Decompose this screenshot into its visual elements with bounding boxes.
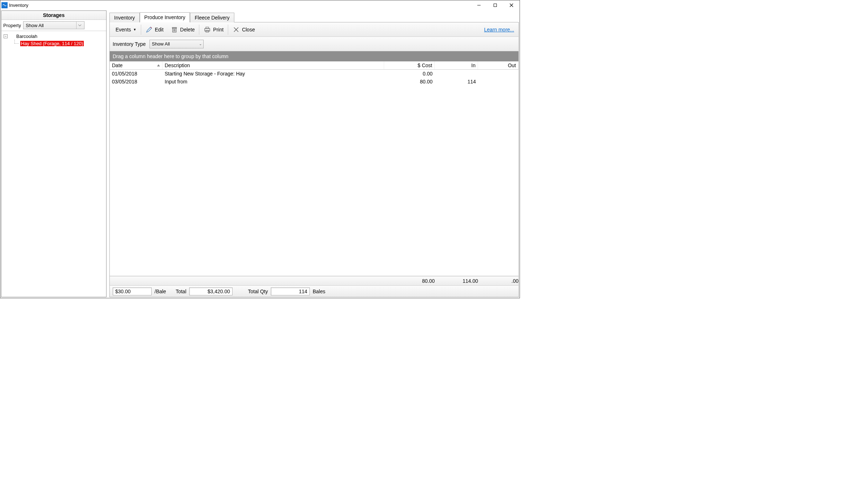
filter-row: Inventory Type Show All ⌄ xyxy=(110,37,518,51)
separator xyxy=(199,25,199,35)
delete-button[interactable]: Delete xyxy=(167,23,198,36)
pencil-icon xyxy=(146,26,153,33)
separator xyxy=(141,25,141,35)
app-icon xyxy=(1,2,8,8)
cell-description: Starting New Storage - Forage: Hay xyxy=(162,71,384,77)
events-button[interactable]: Events ▼ xyxy=(112,23,140,36)
tabs: Inventory Produce Inventory Fleece Deliv… xyxy=(109,12,519,22)
cell-in: 114 xyxy=(435,79,478,85)
window-title: Inventory xyxy=(9,3,28,8)
maximize-button[interactable] xyxy=(487,0,503,10)
tree-connector xyxy=(13,40,20,47)
minimize-button[interactable] xyxy=(471,0,487,10)
total-label: Total xyxy=(172,289,186,294)
inventory-window: Inventory Storages Property Show All xyxy=(0,0,520,298)
property-label: Property xyxy=(3,23,21,28)
main-panel: Inventory Produce Inventory Fleece Deliv… xyxy=(107,10,519,297)
cell-date: 03/05/2018 xyxy=(110,79,162,85)
events-label: Events xyxy=(116,27,131,33)
property-select-value: Show All xyxy=(26,23,44,28)
grid-footer: 80.00 114.00 .00 xyxy=(110,276,518,285)
col-header-description[interactable]: Description xyxy=(162,61,384,69)
total-qty-label: Total Qty xyxy=(235,289,268,294)
storage-tree[interactable]: − Barcoolah Hay Shed (Forage, 114 / 120) xyxy=(1,31,106,297)
delete-label: Delete xyxy=(180,27,195,33)
cell-cost: 80.00 xyxy=(384,79,435,85)
tree-collapse-icon[interactable]: − xyxy=(4,34,8,38)
col-header-in[interactable]: In xyxy=(435,61,478,69)
separator xyxy=(228,25,228,35)
edit-label: Edit xyxy=(155,27,164,33)
total-qty-field: 114 xyxy=(271,287,310,295)
summary-bar: $30.00 /Bale Total $3,420.00 Total Qty 1… xyxy=(110,285,518,297)
unit-price-field[interactable]: $30.00 xyxy=(113,287,152,295)
svg-rect-9 xyxy=(172,27,177,28)
close-button[interactable] xyxy=(503,0,520,10)
col-header-date[interactable]: Date xyxy=(110,61,162,69)
toolbar: Events ▼ Edit Delete xyxy=(110,22,518,37)
property-select[interactable]: Show All xyxy=(23,21,84,29)
print-label: Print xyxy=(213,27,223,33)
tab-fleece-delivery[interactable]: Fleece Delivery xyxy=(190,13,234,22)
property-filter-row: Property Show All xyxy=(1,20,106,31)
learn-more-link[interactable]: Learn more... xyxy=(484,27,516,33)
footer-out: .00 xyxy=(478,278,518,284)
sort-asc-icon xyxy=(157,64,160,66)
cell-description: Input from xyxy=(162,79,384,85)
footer-cost: 80.00 xyxy=(384,278,435,284)
tree-child-label: Hay Shed (Forage, 114 / 120) xyxy=(20,41,84,46)
unit-label: /Bale xyxy=(155,289,169,294)
col-header-out[interactable]: Out xyxy=(478,61,518,69)
group-by-bar[interactable]: Drag a column header here to group by th… xyxy=(110,51,518,61)
tree-root-label: Barcoolah xyxy=(16,34,38,39)
titlebar: Inventory xyxy=(0,0,520,10)
dropdown-triangle-icon: ▼ xyxy=(133,28,136,31)
grid-body[interactable]: 01/05/2018 Starting New Storage - Forage… xyxy=(110,70,518,276)
trash-icon xyxy=(171,26,178,33)
edit-button[interactable]: Edit xyxy=(142,23,167,36)
tab-inventory[interactable]: Inventory xyxy=(109,13,140,22)
total-field: $3,420.00 xyxy=(189,287,233,295)
printer-icon xyxy=(204,26,211,33)
svg-rect-10 xyxy=(205,29,210,31)
storages-panel: Storages Property Show All − Barcoolah xyxy=(1,10,107,297)
cell-cost: 0.00 xyxy=(384,71,435,77)
tab-produce-inventory[interactable]: Produce Inventory xyxy=(140,12,190,22)
cell-date: 01/05/2018 xyxy=(110,71,162,77)
footer-in: 114.00 xyxy=(435,278,478,284)
inventory-type-value: Show All xyxy=(152,41,170,47)
tab-content: Events ▼ Edit Delete xyxy=(109,22,519,297)
svg-point-4 xyxy=(151,27,151,28)
grid-header: Date Description $ Cost In Out xyxy=(110,61,518,70)
storages-header: Storages xyxy=(1,11,106,20)
close-icon xyxy=(233,26,240,33)
print-button[interactable]: Print xyxy=(200,23,227,36)
close-label: Close xyxy=(242,27,255,33)
chevron-down-icon xyxy=(76,22,83,29)
chevron-down-icon: ⌄ xyxy=(199,42,202,46)
svg-rect-1 xyxy=(494,4,497,7)
table-row[interactable]: 01/05/2018 Starting New Storage - Forage… xyxy=(110,70,518,78)
tree-node-child[interactable]: Hay Shed (Forage, 114 / 120) xyxy=(2,40,105,47)
inventory-type-label: Inventory Type xyxy=(113,41,146,47)
close-tab-button[interactable]: Close xyxy=(229,23,259,36)
body-area: Storages Property Show All − Barcoolah xyxy=(0,10,520,298)
window-controls xyxy=(471,0,520,10)
qty-unit-label: Bales xyxy=(313,289,325,294)
inventory-grid: Date Description $ Cost In Out 01/05/201… xyxy=(110,61,518,297)
table-row[interactable]: 03/05/2018 Input from 80.00 114 xyxy=(110,78,518,86)
col-header-cost[interactable]: $ Cost xyxy=(384,61,435,69)
tree-node-root[interactable]: − Barcoolah xyxy=(2,33,105,40)
inventory-type-select[interactable]: Show All ⌄ xyxy=(149,40,204,48)
col-date-label: Date xyxy=(112,62,123,68)
